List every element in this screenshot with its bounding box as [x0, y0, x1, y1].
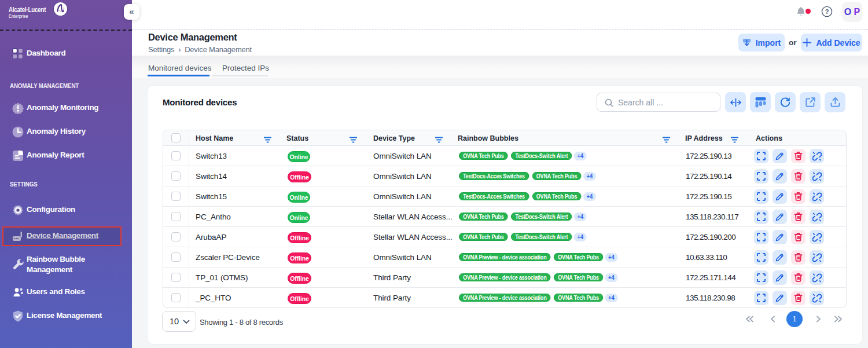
svg-text:?: ? — [825, 8, 829, 15]
